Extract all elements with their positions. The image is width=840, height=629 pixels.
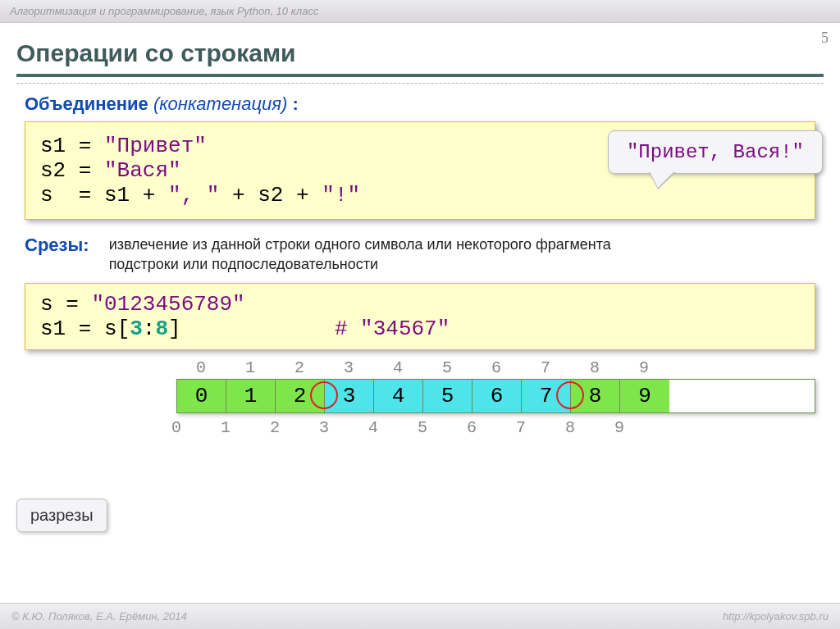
code-string: "0123456789" [91, 292, 244, 317]
code-text: s = [40, 292, 91, 317]
concat-heading-italic: (конкатенация) [153, 93, 287, 114]
bottom-index-cell: 3 [299, 418, 349, 437]
footer-url: http://kpolyakov.spb.ru [723, 610, 829, 622]
bottom-index-cell: 5 [398, 418, 447, 437]
bottom-index-cell: 0 [152, 418, 201, 437]
char-table: 0123456789 [176, 379, 815, 413]
top-index-cell: 7 [521, 358, 570, 377]
razrezy-callout: разрезы [16, 499, 107, 532]
title-bar: Операции со строками [16, 39, 824, 77]
code-index: 8 [155, 317, 168, 341]
slices-description: извлечение из данной строки одного симво… [109, 235, 634, 275]
slices-heading-row: Срезы: извлечение из данной строки одног… [25, 235, 815, 275]
top-index-cell: 8 [570, 358, 619, 377]
code-text: s = s1 + [40, 183, 168, 207]
footer-copyright: © К.Ю. Поляков, Е.А. Ерёмин, 2014 [11, 610, 187, 622]
bottom-index-cell: 4 [349, 418, 398, 437]
slices-codebox: s = "0123456789" s1 = s[3:8] # "34567" [25, 283, 815, 350]
concat-codebox: s1 = "Привет" s2 = "Вася" s = s1 + ", " … [25, 121, 815, 220]
char-cell: 1 [226, 380, 276, 412]
concat-heading-tail: : [287, 93, 298, 114]
code-line-3: s = s1 + ", " + s2 + "!" [40, 183, 800, 207]
code-line-s1: s1 = s[3:8] # "34567" [40, 317, 800, 341]
code-text: + s2 + [219, 183, 322, 207]
code-bracket: [ [117, 317, 130, 341]
top-index-row: 0123456789 [176, 358, 815, 377]
page-title: Операции со строками [16, 39, 824, 74]
code-line-s: s = "0123456789" [40, 292, 800, 317]
result-callout: "Привет, Вася!" [608, 130, 823, 174]
code-colon: : [143, 317, 156, 341]
char-cell: 9 [620, 380, 669, 412]
top-index-cell: 2 [275, 358, 324, 377]
code-string: "!" [322, 183, 360, 207]
top-index-cell: 4 [373, 358, 422, 377]
code-string: "Привет" [104, 134, 207, 158]
top-index-cell: 3 [324, 358, 373, 377]
concat-heading-bold: Объединение [25, 93, 148, 114]
bottom-index-cell: 7 [496, 418, 546, 437]
slices-heading: Срезы: [25, 235, 89, 256]
top-index-cell: 1 [226, 358, 275, 377]
code-text: s2 = [40, 158, 104, 183]
code-bracket: ] [168, 317, 181, 341]
code-text: s1 = s [40, 317, 117, 341]
content-area: Объединение (конкатенация) : s1 = "Приве… [0, 77, 840, 437]
top-index-cell: 6 [472, 358, 521, 377]
code-string: ", " [168, 183, 219, 207]
bottom-index-cell: 6 [447, 418, 496, 437]
top-index-cell: 5 [422, 358, 472, 377]
char-cell: 5 [423, 380, 472, 412]
char-table-wrap: 0123456789 [176, 379, 815, 413]
header-breadcrumb: Алгоритмизация и программирование, язык … [0, 0, 840, 23]
cut-marker-8-icon [556, 381, 584, 409]
bottom-index-cell: 2 [250, 418, 299, 437]
footer-bar: © К.Ю. Поляков, Е.А. Ерёмин, 2014 http:/… [0, 603, 840, 629]
char-cell: 4 [374, 380, 423, 412]
code-text: s1 = [40, 134, 104, 158]
top-index-cell: 9 [619, 358, 669, 377]
concat-heading: Объединение (конкатенация) : [25, 93, 815, 115]
top-index-cell: 0 [176, 358, 226, 377]
code-index: 3 [130, 317, 143, 341]
bottom-index-cell: 8 [546, 418, 595, 437]
char-cell: 0 [177, 380, 226, 412]
bottom-index-cell: 1 [201, 418, 250, 437]
code-comment: # "34567" [335, 317, 450, 341]
code-spacer [181, 317, 335, 341]
char-cell: 6 [472, 380, 522, 412]
bottom-index-row: 0123456789 [152, 418, 815, 437]
code-string: "Вася" [104, 158, 181, 183]
cut-marker-3-icon [310, 381, 338, 409]
bottom-index-cell: 9 [595, 418, 644, 437]
